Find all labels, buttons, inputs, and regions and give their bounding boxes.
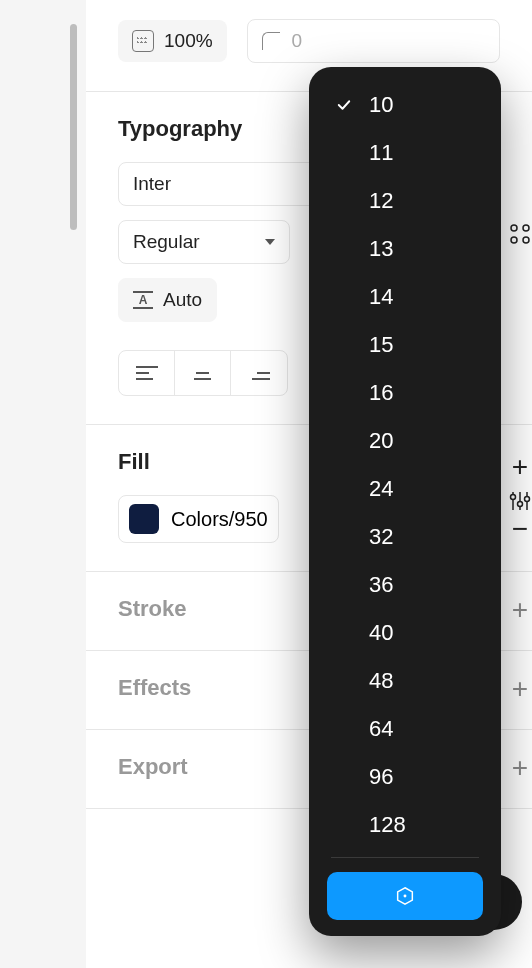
size-option-label: 128 [369, 812, 473, 838]
size-option-label: 96 [369, 764, 473, 790]
size-option-10[interactable]: 10 [309, 81, 501, 129]
svg-point-1 [523, 225, 529, 231]
size-option-32[interactable]: 32 [309, 513, 501, 561]
line-height-value: Auto [163, 289, 202, 311]
size-option-13[interactable]: 13 [309, 225, 501, 273]
size-option-label: 11 [369, 140, 473, 166]
align-left-button[interactable] [119, 351, 175, 395]
add-stroke-button[interactable]: + [508, 598, 532, 622]
font-family-value: Inter [133, 173, 171, 195]
opacity-icon [132, 30, 154, 52]
font-weight-value: Regular [133, 231, 200, 253]
size-option-15[interactable]: 15 [309, 321, 501, 369]
remove-fill-button[interactable]: − [508, 513, 532, 545]
chevron-down-icon [265, 239, 275, 245]
size-option-label: 24 [369, 476, 473, 502]
svg-point-2 [511, 237, 517, 243]
size-option-128[interactable]: 128 [309, 801, 501, 849]
size-option-40[interactable]: 40 [309, 609, 501, 657]
size-option-label: 36 [369, 572, 473, 598]
fill-swatch-name: Colors/950 [171, 508, 268, 531]
size-option-label: 32 [369, 524, 473, 550]
size-option-36[interactable]: 36 [309, 561, 501, 609]
add-effect-button[interactable]: + [508, 677, 532, 701]
corner-radius-input[interactable]: 0 [247, 19, 500, 63]
svg-point-10 [404, 895, 407, 898]
line-height-input[interactable]: A Auto [118, 278, 217, 322]
size-option-label: 15 [369, 332, 473, 358]
corner-radius-icon [262, 32, 280, 50]
size-option-20[interactable]: 20 [309, 417, 501, 465]
radius-placeholder: 0 [292, 30, 303, 52]
size-option-label: 14 [369, 284, 473, 310]
font-weight-select[interactable]: Regular [118, 220, 290, 264]
size-option-label: 40 [369, 620, 473, 646]
fill-swatch-row[interactable]: Colors/950 [118, 495, 279, 543]
line-height-icon: A [133, 291, 153, 309]
size-option-16[interactable]: 16 [309, 369, 501, 417]
font-size-dropdown: 101112131415162024323640486496128 [309, 67, 501, 936]
size-option-12[interactable]: 12 [309, 177, 501, 225]
add-fill-button[interactable]: + [508, 455, 532, 479]
text-align-segmented [118, 350, 288, 396]
size-option-label: 64 [369, 716, 473, 742]
size-option-96[interactable]: 96 [309, 753, 501, 801]
check-icon [335, 96, 369, 114]
align-center-button[interactable] [175, 351, 231, 395]
size-option-11[interactable]: 11 [309, 129, 501, 177]
size-option-14[interactable]: 14 [309, 273, 501, 321]
dropdown-separator [331, 857, 479, 858]
size-option-64[interactable]: 64 [309, 705, 501, 753]
opacity-value: 100% [164, 30, 213, 52]
svg-point-0 [511, 225, 517, 231]
size-option-label: 13 [369, 236, 473, 262]
size-option-label: 10 [369, 92, 473, 118]
styles-icon[interactable] [508, 222, 532, 250]
size-option-48[interactable]: 48 [309, 657, 501, 705]
fill-swatch[interactable] [129, 504, 159, 534]
size-option-24[interactable]: 24 [309, 465, 501, 513]
align-right-button[interactable] [231, 351, 287, 395]
add-export-button[interactable]: + [508, 756, 532, 780]
size-option-label: 48 [369, 668, 473, 694]
size-option-label: 16 [369, 380, 473, 406]
svg-point-3 [523, 237, 529, 243]
opacity-input[interactable]: 100% [118, 20, 227, 62]
apply-variable-button[interactable] [327, 872, 483, 920]
scrollbar-thumb[interactable] [70, 24, 77, 230]
size-option-label: 20 [369, 428, 473, 454]
size-option-label: 12 [369, 188, 473, 214]
